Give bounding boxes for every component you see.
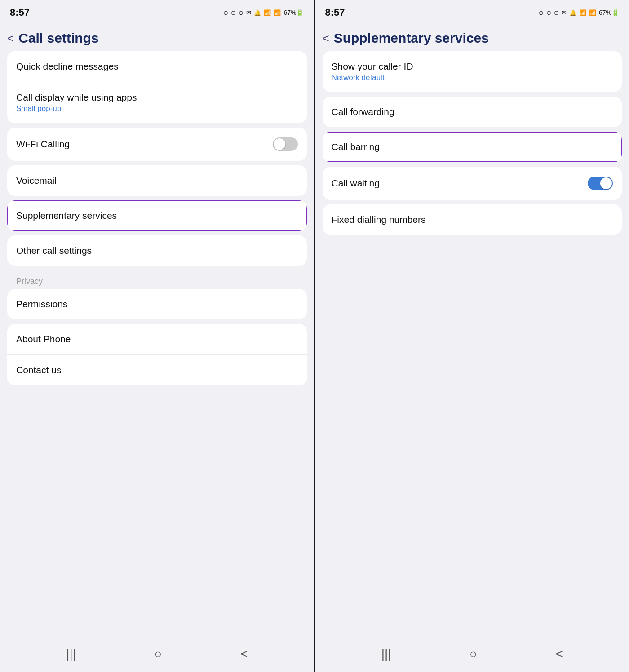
card-supplementary: Supplementary services <box>7 200 307 231</box>
right-back-button[interactable]: < <box>323 32 329 44</box>
card-quick-decline: Quick decline messages Call display whil… <box>7 51 307 123</box>
call-waiting-label: Call waiting <box>332 178 380 189</box>
right-nav-menu[interactable]: ||| <box>381 647 391 661</box>
call-display-label: Call display while using apps <box>16 92 137 103</box>
r-gallery-icon: ✉ <box>562 9 567 16</box>
left-time: 8:57 <box>10 7 30 18</box>
wifi-calling-label: Wi-Fi Calling <box>16 139 70 150</box>
gallery-icon: ✉ <box>246 9 251 16</box>
caller-id-label: Show your caller ID <box>332 61 413 72</box>
card-call-forwarding: Call forwarding <box>323 97 622 127</box>
card-call-waiting: Call waiting <box>323 167 622 200</box>
sidebar-item-call-waiting[interactable]: Call waiting <box>323 167 622 200</box>
r-instagram-icon: ⊙ <box>539 9 544 16</box>
voicemail-label: Voicemail <box>16 175 57 186</box>
left-nav-bar: ||| ○ < <box>0 639 314 672</box>
about-phone-label: About Phone <box>16 334 71 345</box>
left-back-button[interactable]: < <box>7 32 14 44</box>
right-status-bar: 8:57 ⊙ ⊙ ⊙ ✉ 🔔 📶 📶 67%🔋 <box>315 0 629 23</box>
card-other-call: Other call settings <box>7 235 307 266</box>
right-page-title: Supplementary services <box>334 31 489 46</box>
sidebar-item-contact-us[interactable]: Contact us <box>7 355 307 385</box>
supplementary-label: Supplementary services <box>16 210 117 221</box>
left-page-header: < Call settings <box>0 23 314 51</box>
card-about: About Phone Contact us <box>7 324 307 385</box>
left-nav-back[interactable]: < <box>240 647 248 661</box>
left-phone-panel: 8:57 ⊙ ⊙ ⊙ ✉ 🔔 📶 📶 67%🔋 < Call settings … <box>0 0 314 672</box>
left-status-icons: ⊙ ⊙ ⊙ ✉ 🔔 📶 📶 67%🔋 <box>223 9 304 16</box>
right-nav-back[interactable]: < <box>555 647 563 661</box>
right-status-icons: ⊙ ⊙ ⊙ ✉ 🔔 📶 📶 67%🔋 <box>539 9 619 16</box>
toggle-knob <box>274 138 285 150</box>
right-phone-panel: 8:57 ⊙ ⊙ ⊙ ✉ 🔔 📶 📶 67%🔋 < Supplementary … <box>315 0 629 672</box>
right-page-header: < Supplementary services <box>315 23 629 51</box>
sidebar-item-wifi-calling[interactable]: Wi-Fi Calling <box>7 128 307 161</box>
left-nav-menu[interactable]: ||| <box>66 647 76 661</box>
contact-us-label: Contact us <box>16 365 61 376</box>
call-waiting-knob <box>600 177 612 189</box>
wifi-calling-toggle[interactable] <box>273 137 298 151</box>
instagram-icon: ⊙ <box>223 9 228 16</box>
signal-icon: 📶 <box>274 9 281 16</box>
wifi-icon: 📶 <box>264 9 271 16</box>
call-display-sublabel: Small pop-up <box>16 104 137 113</box>
r-wifi-icon: 📶 <box>579 9 586 16</box>
instagram2-icon: ⊙ <box>239 9 244 16</box>
left-page-title: Call settings <box>18 31 98 46</box>
sidebar-item-permissions[interactable]: Permissions <box>7 289 307 319</box>
card-fixed-dialling: Fixed dialling numbers <box>323 204 622 235</box>
left-status-bar: 8:57 ⊙ ⊙ ⊙ ✉ 🔔 📶 📶 67%🔋 <box>0 0 314 23</box>
r-snapchat-icon: ⊙ <box>546 9 551 16</box>
right-nav-home[interactable]: ○ <box>470 647 477 661</box>
sidebar-item-fixed-dialling[interactable]: Fixed dialling numbers <box>323 204 622 235</box>
sidebar-item-call-forwarding[interactable]: Call forwarding <box>323 97 622 127</box>
caller-id-sublabel: Network default <box>332 73 413 82</box>
right-time: 8:57 <box>325 7 345 18</box>
left-settings-list: Quick decline messages Call display whil… <box>0 51 314 639</box>
sidebar-item-about-phone[interactable]: About Phone <box>7 324 307 355</box>
call-barring-label: Call barring <box>332 141 380 152</box>
sidebar-item-supplementary-services[interactable]: Supplementary services <box>7 200 307 231</box>
right-settings-list: Show your caller ID Network default Call… <box>315 51 629 639</box>
card-voicemail: Voicemail <box>7 165 307 196</box>
battery-pct-left: 67%🔋 <box>283 9 304 16</box>
r-alarm-icon: 🔔 <box>569 9 576 16</box>
alarm-icon: 🔔 <box>254 9 261 16</box>
quick-decline-label: Quick decline messages <box>16 61 119 72</box>
card-call-barring: Call barring <box>323 132 622 162</box>
right-nav-bar: ||| ○ < <box>315 639 629 672</box>
r-signal-icon: 📶 <box>589 9 596 16</box>
r-instagram2-icon: ⊙ <box>554 9 559 16</box>
sidebar-item-quick-decline[interactable]: Quick decline messages <box>7 51 307 82</box>
sidebar-item-call-display[interactable]: Call display while using apps Small pop-… <box>7 82 307 123</box>
sidebar-item-other-call-settings[interactable]: Other call settings <box>7 235 307 266</box>
card-caller-id: Show your caller ID Network default <box>323 51 622 92</box>
permissions-label: Permissions <box>16 299 67 309</box>
fixed-dialling-label: Fixed dialling numbers <box>332 214 426 225</box>
card-wifi-calling: Wi-Fi Calling <box>7 128 307 161</box>
battery-pct-right: 67%🔋 <box>599 9 619 16</box>
privacy-section-label: Privacy <box>7 270 307 289</box>
sidebar-item-caller-id[interactable]: Show your caller ID Network default <box>323 51 622 92</box>
card-permissions: Permissions <box>7 289 307 319</box>
left-nav-home[interactable]: ○ <box>155 647 162 661</box>
snapchat-icon: ⊙ <box>231 9 236 16</box>
other-call-label: Other call settings <box>16 245 92 256</box>
call-forwarding-label: Call forwarding <box>332 106 394 117</box>
sidebar-item-voicemail[interactable]: Voicemail <box>7 165 307 196</box>
sidebar-item-call-barring[interactable]: Call barring <box>323 132 622 162</box>
call-waiting-toggle[interactable] <box>588 177 613 190</box>
